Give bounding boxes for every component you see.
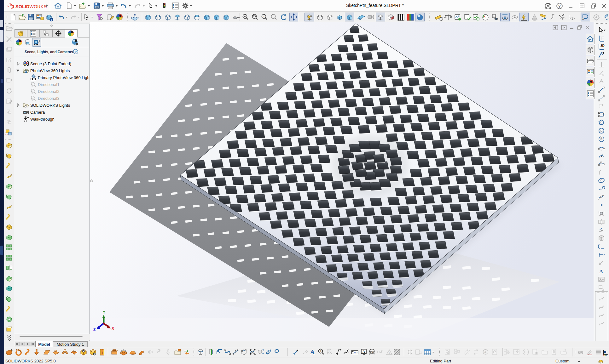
svg-text:1: 1 (263, 15, 265, 18)
svg-text:Z: Z (93, 327, 96, 332)
svg-text:A: A (310, 349, 315, 355)
svg-text:0.3: 0.3 (354, 351, 358, 354)
svg-text:A1: A1 (371, 351, 373, 353)
svg-text:x: x (602, 154, 603, 156)
svg-text:?: ? (558, 4, 560, 9)
svg-text:X: X (112, 326, 114, 331)
svg-text:A: A (484, 350, 487, 354)
svg-text:Y: Y (103, 310, 105, 315)
svg-text:1: 1 (388, 351, 390, 354)
svg-text:3D: 3D (600, 44, 605, 48)
svg-text:?: ? (75, 50, 77, 54)
svg-text:1: 1 (320, 350, 322, 353)
svg-text:A: A (362, 350, 365, 354)
svg-text:A: A (599, 269, 603, 275)
svg-text:3: 3 (50, 18, 52, 21)
svg-text:SOLIDWORKS: SOLIDWORKS (15, 4, 47, 9)
